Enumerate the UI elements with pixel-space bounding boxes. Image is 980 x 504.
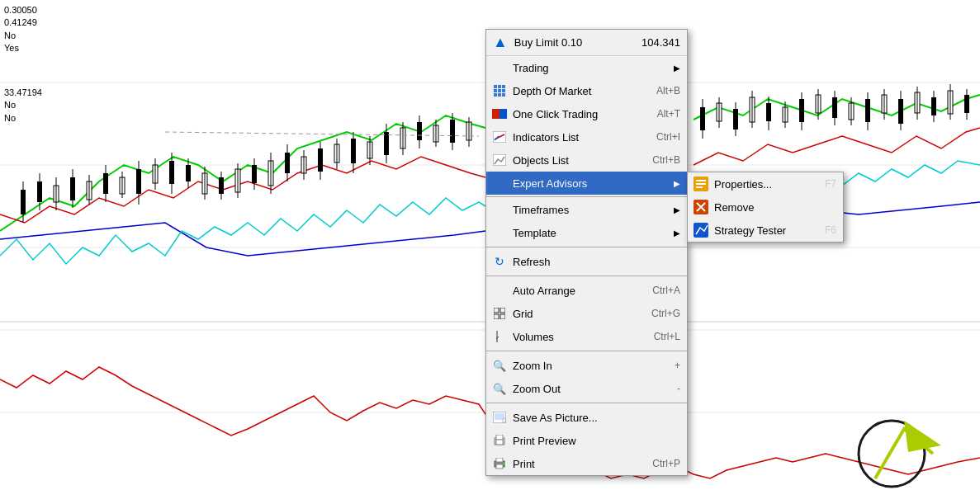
submenu-item-remove[interactable]: Remove <box>688 195 843 219</box>
depth-of-market-icon <box>491 82 508 99</box>
svg-rect-123 <box>494 308 499 313</box>
indicators-list-shortcut: Ctrl+I <box>656 131 680 143</box>
svg-rect-116 <box>696 180 706 181</box>
menu-item-one-click-trading[interactable]: One Click Trading Alt+T <box>486 102 687 125</box>
menu-item-save-as-picture[interactable]: Save As Picture... <box>486 406 687 429</box>
menu-item-zoom-out[interactable]: 🔍 Zoom Out - <box>486 377 687 400</box>
submenu-item-strategy-tester[interactable]: Strategy Tester F6 <box>688 219 843 242</box>
svg-rect-133 <box>496 435 503 440</box>
svg-rect-100 <box>494 85 497 88</box>
objects-list-label: Objects List <box>513 154 636 167</box>
buy-limit-label: Buy Limit 0.10 <box>514 36 641 49</box>
svg-rect-117 <box>696 183 706 185</box>
zoom-out-label: Zoom Out <box>513 383 660 395</box>
grid-icon <box>491 305 508 322</box>
save-as-picture-icon <box>491 409 508 426</box>
depth-of-market-label: Depth Of Market <box>513 85 640 97</box>
timeframes-icon <box>491 201 508 218</box>
objects-list-icon <box>491 152 508 168</box>
menu-item-auto-arrange[interactable]: Auto Arrange Ctrl+A <box>486 279 687 302</box>
auto-arrange-icon <box>491 282 508 299</box>
menu-item-depth-of-market[interactable]: Depth Of Market Alt+B <box>486 79 687 102</box>
remove-label: Remove <box>714 201 820 214</box>
template-icon <box>491 224 508 241</box>
buy-limit-price: 104.341 <box>641 36 680 49</box>
menu-item-volumes[interactable]: Volumes Ctrl+L <box>486 325 687 348</box>
print-shortcut: Ctrl+P <box>652 458 680 469</box>
menu-item-objects-list[interactable]: Objects List Ctrl+B <box>486 148 687 172</box>
menu-item-indicators-list[interactable]: Indicators List Ctrl+I <box>486 125 687 148</box>
trading-arrow-icon: ▶ <box>674 64 680 73</box>
svg-rect-134 <box>496 440 503 445</box>
menu-item-timeframes[interactable]: Timeframes ▶ <box>486 196 687 221</box>
svg-rect-122 <box>694 223 708 238</box>
menu-item-trading[interactable]: Trading ▶ <box>486 56 687 79</box>
svg-rect-109 <box>492 109 499 119</box>
svg-rect-102 <box>502 85 505 88</box>
menu-divider-4 <box>486 403 687 403</box>
template-label: Template <box>513 227 665 239</box>
svg-rect-104 <box>498 89 501 92</box>
buy-limit-item[interactable]: ▲ Buy Limit 0.10 104.341 <box>486 30 687 56</box>
expert-advisors-submenu: Properties... F7 Remove <box>687 172 844 243</box>
buy-limit-arrow-icon: ▲ <box>493 34 508 51</box>
zoom-out-shortcut: - <box>677 383 680 394</box>
template-arrow-icon: ▶ <box>674 228 680 238</box>
svg-rect-118 <box>696 186 703 188</box>
volumes-shortcut: Ctrl+L <box>654 331 680 342</box>
context-menu: ▲ Buy Limit 0.10 104.341 Trading ▶ Depth… <box>485 29 688 476</box>
refresh-icon: ↻ <box>491 253 508 270</box>
svg-rect-137 <box>496 464 503 469</box>
objects-list-shortcut: Ctrl+B <box>652 154 680 166</box>
price-labels-2: 33.47194 No No <box>4 87 42 125</box>
strategy-tester-icon <box>693 222 709 238</box>
menu-item-template[interactable]: Template ▶ <box>486 221 687 244</box>
timeframes-label: Timeframes <box>513 204 665 216</box>
one-click-trading-shortcut: Alt+T <box>657 108 680 120</box>
trading-label: Trading <box>513 62 665 74</box>
svg-rect-105 <box>502 89 505 92</box>
expert-advisors-label: Expert Advisors <box>513 177 665 190</box>
svg-rect-126 <box>500 314 505 319</box>
auto-arrange-shortcut: Ctrl+A <box>652 285 680 296</box>
price-labels-1: 0.30050 0.41249 No Yes <box>4 4 37 55</box>
auto-arrange-label: Auto Arrange <box>513 285 636 297</box>
save-as-picture-label: Save As Picture... <box>513 412 680 424</box>
menu-divider-2 <box>486 276 687 276</box>
print-preview-icon <box>491 432 508 449</box>
properties-shortcut: F7 <box>825 178 836 190</box>
menu-divider-3 <box>486 351 687 351</box>
remove-icon <box>693 199 709 215</box>
menu-item-expert-advisors[interactable]: Expert Advisors ▶ Properties... F7 <box>486 172 687 195</box>
svg-rect-124 <box>500 308 505 313</box>
submenu-item-properties[interactable]: Properties... F7 <box>688 172 843 195</box>
depth-of-market-shortcut: Alt+B <box>656 85 680 97</box>
menu-item-print-preview[interactable]: Print Preview <box>486 429 687 452</box>
svg-point-138 <box>503 463 504 464</box>
refresh-label: Refresh <box>513 256 680 268</box>
volumes-icon <box>491 328 508 345</box>
indicators-list-label: Indicators List <box>513 131 640 144</box>
svg-rect-110 <box>499 109 507 119</box>
svg-rect-125 <box>494 314 499 319</box>
timeframes-arrow-icon: ▶ <box>674 205 680 214</box>
zoom-in-icon: 🔍 <box>491 357 508 374</box>
grid-label: Grid <box>513 308 635 320</box>
menu-item-grid[interactable]: Grid Ctrl+G <box>486 302 687 325</box>
svg-rect-107 <box>498 93 501 97</box>
print-label: Print <box>513 458 636 470</box>
volumes-label: Volumes <box>513 331 637 343</box>
expert-advisors-arrow-icon: ▶ <box>674 179 680 188</box>
svg-rect-136 <box>496 458 503 462</box>
zoom-in-shortcut: + <box>675 360 680 371</box>
indicators-list-icon <box>491 129 508 145</box>
trading-icon <box>491 59 508 76</box>
menu-item-print[interactable]: Print Ctrl+P <box>486 452 687 475</box>
one-click-trading-icon <box>491 106 508 122</box>
menu-item-zoom-in[interactable]: 🔍 Zoom In + <box>486 354 687 377</box>
properties-icon <box>693 176 709 192</box>
svg-rect-101 <box>498 85 501 88</box>
menu-item-refresh[interactable]: ↻ Refresh <box>486 250 687 273</box>
svg-rect-131 <box>503 418 505 422</box>
strategy-tester-shortcut: F6 <box>825 224 836 236</box>
